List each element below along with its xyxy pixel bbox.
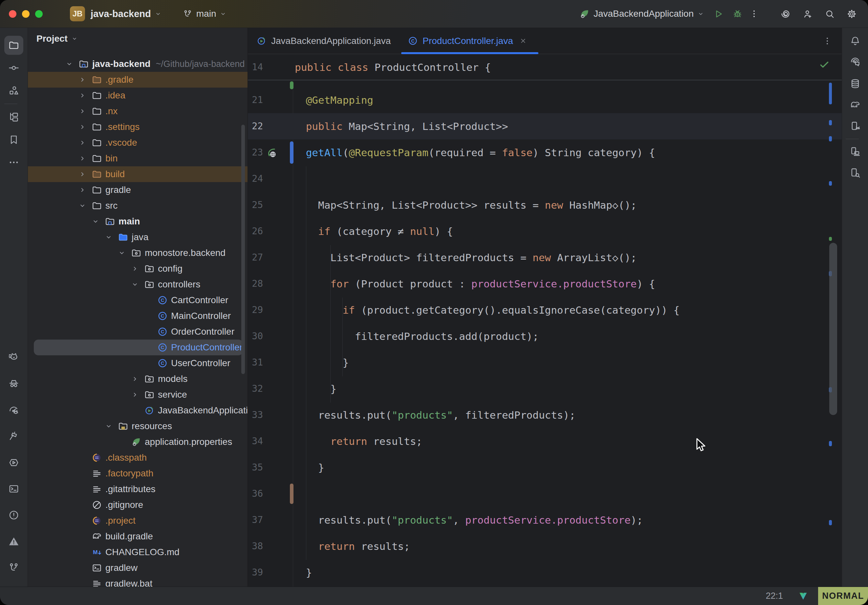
cursor-position[interactable]: 22:1 bbox=[766, 591, 783, 601]
line-number[interactable]: 25 bbox=[248, 192, 263, 218]
tool-stripe-gradle[interactable] bbox=[846, 96, 865, 115]
more-actions-button[interactable] bbox=[750, 9, 759, 19]
code-line-36[interactable]: 36 bbox=[248, 481, 842, 507]
tree-item-.settings[interactable]: .settings bbox=[28, 119, 248, 135]
code-line-33[interactable]: 33 results.put("products", filteredProdu… bbox=[248, 402, 842, 428]
tree-item-ProductController[interactable]: CProductController bbox=[34, 340, 243, 355]
code-line-29[interactable]: 29 if (product.getCategory().equalsIgnor… bbox=[248, 297, 842, 323]
tree-item-gradle[interactable]: gradle bbox=[28, 182, 248, 198]
tree-open-chevron-icon[interactable] bbox=[62, 59, 76, 69]
code-line-31[interactable]: 31 } bbox=[248, 350, 842, 376]
tool-stripe-bookmarks[interactable] bbox=[4, 130, 23, 149]
code-with-me-button[interactable] bbox=[803, 9, 813, 19]
tree-item-.vscode[interactable]: .vscode bbox=[28, 135, 248, 151]
tree-item-build.gradle[interactable]: build.gradle bbox=[28, 529, 248, 544]
tool-stripe-device-manager[interactable] bbox=[846, 142, 865, 161]
tree-item-.gitignore[interactable]: .gitignore bbox=[28, 497, 248, 513]
tab-javabackendapplication[interactable]: JavaBackendApplication.java bbox=[248, 28, 399, 54]
line-number[interactable]: 30 bbox=[248, 323, 263, 350]
tree-item-JavaBackendApplication[interactable]: JavaBackendApplication bbox=[28, 402, 248, 418]
debug-button[interactable] bbox=[732, 9, 742, 19]
settings-button[interactable] bbox=[847, 9, 857, 19]
tree-closed-chevron-icon[interactable] bbox=[75, 185, 90, 195]
tool-stripe-incognito[interactable] bbox=[4, 374, 23, 393]
code-editor[interactable]: 14public class ProductController { 21 @G… bbox=[248, 54, 842, 586]
tool-stripe-warnings[interactable] bbox=[4, 532, 23, 551]
minimize-window-button[interactable] bbox=[22, 10, 29, 18]
tree-closed-chevron-icon[interactable] bbox=[75, 169, 90, 179]
tab-options-button[interactable] bbox=[823, 36, 832, 46]
sticky-header-line[interactable]: 14public class ProductController { bbox=[248, 54, 842, 80]
line-number[interactable]: 31 bbox=[248, 350, 263, 376]
tree-item-main[interactable]: main bbox=[28, 214, 248, 229]
inspections-ok-icon[interactable] bbox=[819, 59, 830, 70]
line-number[interactable]: 14 bbox=[248, 54, 263, 80]
line-number[interactable]: 33 bbox=[248, 402, 263, 428]
tool-stripe-commit[interactable] bbox=[4, 59, 23, 77]
editor-scrollbar[interactable] bbox=[829, 243, 837, 415]
tree-open-chevron-icon[interactable] bbox=[88, 217, 103, 226]
line-number[interactable]: 39 bbox=[248, 559, 263, 586]
tool-stripe-project[interactable] bbox=[4, 36, 23, 55]
tree-open-chevron-icon[interactable] bbox=[101, 232, 116, 242]
tree-item-models[interactable]: models bbox=[28, 371, 248, 387]
code-line-37[interactable]: 37 results.put("products", productServic… bbox=[248, 507, 842, 533]
zoom-window-button[interactable] bbox=[35, 10, 43, 18]
tree-open-chevron-icon[interactable] bbox=[128, 280, 142, 289]
vim-mode-badge[interactable]: NORMAL bbox=[818, 587, 868, 605]
code-line-24[interactable]: 24 bbox=[248, 166, 842, 192]
search-everywhere-button[interactable] bbox=[825, 9, 835, 19]
tree-item-gradlew[interactable]: gradlew bbox=[28, 560, 248, 576]
line-number[interactable]: 34 bbox=[248, 428, 263, 454]
code-line-27[interactable]: 27 List<Product> filteredProducts = new … bbox=[248, 244, 842, 271]
ai-assistant-button[interactable] bbox=[781, 9, 791, 19]
line-number[interactable]: 38 bbox=[248, 533, 263, 559]
vim-plugin-icon[interactable] bbox=[798, 591, 808, 601]
run-button[interactable] bbox=[713, 9, 724, 19]
code-line-34[interactable]: 34 return results; bbox=[248, 428, 842, 454]
tab-productcontroller[interactable]: C ProductController.java bbox=[399, 28, 540, 54]
line-number[interactable]: 32 bbox=[248, 376, 263, 402]
tree-closed-chevron-icon[interactable] bbox=[128, 374, 142, 384]
tree-closed-chevron-icon[interactable] bbox=[128, 264, 142, 274]
tree-item-bin[interactable]: bin bbox=[28, 151, 248, 166]
tree-closed-chevron-icon[interactable] bbox=[75, 153, 90, 163]
code-line-25[interactable]: 25 Map<String, List<Product>> results = … bbox=[248, 192, 842, 218]
tree-item-java-backend[interactable]: java-backend~/Github/java-backend bbox=[28, 56, 248, 72]
tree-closed-chevron-icon[interactable] bbox=[75, 138, 90, 148]
tree-item-CHANGELOG.md[interactable]: MCHANGELOG.md bbox=[28, 544, 248, 560]
line-number[interactable]: 28 bbox=[248, 271, 263, 297]
tree-open-chevron-icon[interactable] bbox=[101, 421, 116, 431]
tool-stripe-services[interactable] bbox=[4, 453, 23, 472]
project-switcher[interactable]: java-backend bbox=[91, 9, 151, 19]
tool-stripe-device-explorer[interactable] bbox=[846, 163, 865, 183]
code-line-23[interactable]: 23 getAll(@RequestParam(required = false… bbox=[248, 139, 842, 166]
tree-item-.project[interactable]: .project bbox=[28, 513, 248, 529]
tree-item-controllers[interactable]: controllers bbox=[28, 277, 248, 292]
branch-switcher[interactable]: main bbox=[183, 9, 227, 19]
tool-stripe-terminal[interactable] bbox=[4, 479, 23, 498]
line-number[interactable]: 21 bbox=[248, 87, 263, 113]
tree-item-.idea[interactable]: .idea bbox=[28, 88, 248, 103]
tool-stripe-notifications[interactable] bbox=[846, 31, 865, 51]
tree-item-src[interactable]: src bbox=[28, 198, 248, 214]
line-number[interactable]: 36 bbox=[248, 481, 263, 507]
project-panel-header[interactable]: Project bbox=[28, 28, 248, 50]
tree-item-build[interactable]: build bbox=[28, 166, 248, 182]
tool-stripe-build[interactable] bbox=[4, 427, 23, 446]
code-line-39[interactable]: 39 } bbox=[248, 559, 842, 586]
code-line-32[interactable]: 32 } bbox=[248, 376, 842, 402]
tool-stripe-structure[interactable] bbox=[4, 81, 23, 100]
line-number[interactable]: 37 bbox=[248, 507, 263, 533]
tool-stripe-hierarchy[interactable] bbox=[4, 108, 23, 127]
code-line-30[interactable]: 30 filteredProducts.add(product); bbox=[248, 323, 842, 350]
line-number[interactable]: 24 bbox=[248, 166, 263, 192]
tool-stripe-running-devices[interactable] bbox=[846, 117, 865, 136]
code-line-21[interactable]: 21 @GetMapping bbox=[248, 87, 842, 113]
tree-item-UserController[interactable]: CUserController bbox=[28, 355, 248, 371]
rest-endpoint-gutter-icon[interactable] bbox=[266, 147, 278, 159]
code-line-35[interactable]: 35 } bbox=[248, 454, 842, 481]
tool-stripe-ai-assistant[interactable] bbox=[846, 53, 865, 72]
close-window-button[interactable] bbox=[9, 10, 16, 18]
tree-item-application.properties[interactable]: application.properties bbox=[28, 434, 248, 450]
